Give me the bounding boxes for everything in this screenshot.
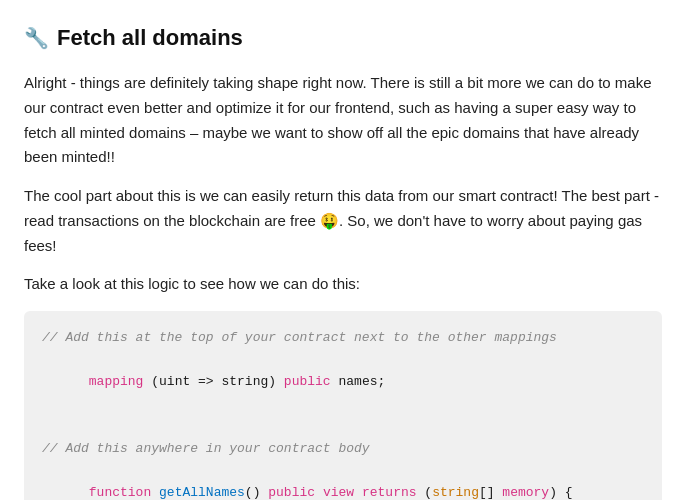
paragraph-3: Take a look at this logic to see how we … [24,272,662,297]
paragraph-2: The cool part about this is we can easil… [24,184,662,258]
code-comment-2: // Add this anywhere in your contract bo… [42,438,644,460]
wrench-icon: 🔧 [24,22,49,54]
code-line-1: mapping (uint => string) public names; [42,349,644,415]
code-blank-1 [42,416,644,438]
keyword-public2: public [268,485,315,500]
page-title: 🔧 Fetch all domains [24,20,662,55]
func-getallnames: getAllNames [159,485,245,500]
keyword-memory: memory [502,485,549,500]
code-comment-1: // Add this at the top of your contract … [42,327,644,349]
title-text: Fetch all domains [57,20,243,55]
page-container: 🔧 Fetch all domains Alright - things are… [24,20,662,500]
code-func-sig: () [245,485,268,500]
paragraph-1: Alright - things are definitely taking s… [24,71,662,170]
keyword-public: public [284,374,331,389]
code-names: names; [331,374,386,389]
code-block: // Add this at the top of your contract … [24,311,662,500]
code-line-2: function getAllNames() public view retur… [42,460,644,500]
money-emoji: 🤑 [320,212,339,229]
keyword-mapping: mapping [89,374,144,389]
keyword-view: view [323,485,354,500]
code-mapping-rest: (uint => string) [143,374,283,389]
keyword-returns: returns [362,485,417,500]
type-string: string [432,485,479,500]
keyword-function: function [89,485,159,500]
